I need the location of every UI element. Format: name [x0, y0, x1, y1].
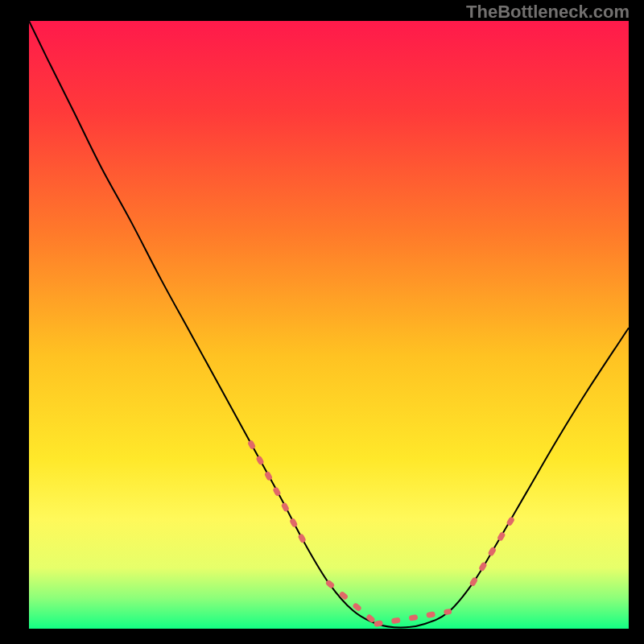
watermark-text: TheBottleneck.com	[466, 2, 630, 23]
plot-background	[29, 21, 629, 629]
bottleneck-curve-chart	[0, 0, 644, 644]
chart-frame: TheBottleneck.com	[0, 0, 644, 644]
